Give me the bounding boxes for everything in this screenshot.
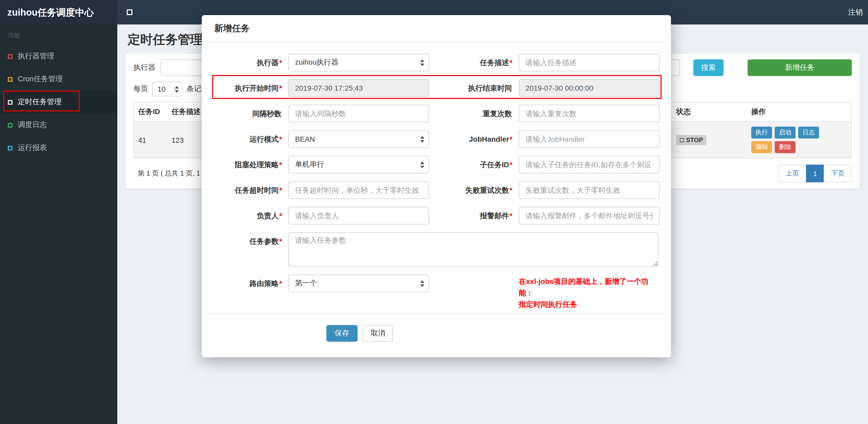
form-row: 负责人* 报警邮件* <box>214 207 658 225</box>
start-time-input[interactable] <box>288 79 429 97</box>
square-outline-icon <box>8 100 12 104</box>
pagination-summary: 第 1 页 ( 总共 1 页, 1 <box>133 169 200 178</box>
modal-footer: 保存 取消 <box>202 314 671 353</box>
form-row: 运行模式* BEAN JobHandler* <box>214 130 658 148</box>
brand-logo: zuihou任务调度中心 <box>0 0 117 25</box>
sidebar-item-run-report[interactable]: 运行报表 <box>0 136 117 159</box>
modal-body: 执行器* zuihou执行器 任务描述* 执行开始时间* 执行结束时间 间隔秒数 <box>202 42 671 314</box>
sidebar-item-label: 调度日志 <box>18 120 47 130</box>
app-viewport: zuihou任务调度中心 注销 导航 执行器管理 Cron任务管理 定时任务管理… <box>0 0 868 424</box>
delete-button[interactable]: 删除 <box>775 141 796 153</box>
form-row: 执行器* zuihou执行器 任务描述* <box>214 54 658 71</box>
timeout-input[interactable] <box>288 181 429 199</box>
executor-filter-label: 执行器 <box>133 63 155 72</box>
retry-count-input[interactable] <box>519 181 659 199</box>
form-row: 路由策略* 第一个 在xxl-jobs项目的基础上，新增了一个功能： 指定时间执… <box>214 274 658 310</box>
pagination: 上页 1 下页 <box>778 165 852 182</box>
status-badge: STOP <box>676 135 707 145</box>
square-outline-icon <box>8 123 12 127</box>
sidebar-item-label: 执行器管理 <box>18 52 54 61</box>
feature-note: 在xxl-jobs项目的基础上，新增了一个功能： 指定时间执行任务 <box>519 274 658 310</box>
select-arrows-icon <box>420 161 424 168</box>
nav-section-label: 导航 <box>0 25 117 45</box>
square-outline-icon <box>8 145 12 150</box>
sidebar-item-label: 定时任务管理 <box>18 97 62 107</box>
end-time-label: 执行结束时间 <box>429 79 513 97</box>
save-button[interactable]: 保存 <box>327 325 358 342</box>
owner-label: 负责人* <box>214 207 282 225</box>
sidebar-item-timed-task-manage[interactable]: 定时任务管理 <box>0 91 117 113</box>
run-mode-label: 运行模式* <box>214 130 282 148</box>
task-param-textarea[interactable] <box>288 232 658 267</box>
form-row: 阻塞处理策略* 单机串行 子任务ID* <box>214 156 658 173</box>
jobhandler-input[interactable] <box>519 130 659 148</box>
square-icon <box>680 138 684 142</box>
square-outline-icon <box>8 77 12 81</box>
th-actions: 操作 <box>747 103 851 121</box>
child-task-label: 子任务ID* <box>429 156 513 173</box>
select-arrows-icon <box>420 136 424 142</box>
route-strategy-select[interactable]: 第一个 <box>288 274 429 292</box>
start-button[interactable]: 启动 <box>775 127 796 138</box>
block-strategy-label: 阻塞处理策略* <box>214 156 282 173</box>
sidebar-item-cron-task-manage[interactable]: Cron任务管理 <box>0 68 117 91</box>
cell-task-id: 41 <box>134 131 167 149</box>
add-task-button[interactable]: 新增任务 <box>748 59 852 76</box>
executor-label: 执行器* <box>214 54 282 71</box>
search-button[interactable]: 搜索 <box>693 59 723 76</box>
jobhandler-label: JobHandler* <box>429 130 513 148</box>
select-arrows-icon <box>420 59 424 66</box>
run-button[interactable]: 执行 <box>751 127 772 138</box>
select-arrows-icon <box>175 86 179 93</box>
edit-button[interactable]: 编辑 <box>751 141 772 153</box>
form-row: 间隔秒数 重复次数 <box>214 105 658 122</box>
cancel-button[interactable]: 取消 <box>363 325 393 342</box>
select-arrows-icon <box>420 280 424 287</box>
alarm-email-input[interactable] <box>519 207 659 225</box>
retry-count-label: 失败重试次数* <box>429 181 513 199</box>
modal-title: 新增任务 <box>202 15 671 42</box>
child-task-input[interactable] <box>519 156 659 173</box>
route-strategy-label: 路由策略* <box>214 274 282 292</box>
cell-status: STOP <box>672 130 747 150</box>
logout-link[interactable]: 注销 <box>848 7 868 17</box>
th-status: 状态 <box>672 103 747 121</box>
task-param-label: 任务参数* <box>214 232 282 250</box>
repeat-count-label: 重复次数 <box>429 105 513 122</box>
end-time-input[interactable] <box>519 79 659 97</box>
task-desc-input[interactable] <box>519 54 659 71</box>
executor-select[interactable]: zuihou执行器 <box>288 54 429 71</box>
sidebar-toggle-icon[interactable] <box>127 9 132 15</box>
owner-input[interactable] <box>288 207 429 225</box>
block-strategy-select[interactable]: 单机串行 <box>288 156 429 173</box>
repeat-count-input[interactable] <box>519 105 659 122</box>
run-mode-select[interactable]: BEAN <box>288 130 429 148</box>
interval-input[interactable] <box>288 105 429 122</box>
per-page-label: 每页 <box>133 85 148 94</box>
start-time-label: 执行开始时间* <box>214 79 282 97</box>
alarm-email-label: 报警邮件* <box>429 207 513 225</box>
th-task-id: 任务ID <box>134 103 167 121</box>
pagination-prev-button[interactable]: 上页 <box>778 165 806 182</box>
form-row: 任务超时时间* 失败重试次数* <box>214 181 658 199</box>
interval-label: 间隔秒数 <box>214 105 282 122</box>
form-row-highlighted: 执行开始时间* 执行结束时间 <box>214 79 658 97</box>
square-outline-icon <box>8 54 12 59</box>
sidebar: 导航 执行器管理 Cron任务管理 定时任务管理 调度日志 运行报表 <box>0 25 117 424</box>
pagination-next-button[interactable]: 下页 <box>824 165 852 182</box>
pagination-page-1-button[interactable]: 1 <box>806 165 824 182</box>
cell-actions: 执行 启动 日志 编辑 删除 <box>747 122 851 158</box>
form-row: 任务参数* <box>214 232 658 267</box>
sidebar-item-dispatch-log[interactable]: 调度日志 <box>0 113 117 136</box>
task-desc-label: 任务描述* <box>429 54 513 71</box>
sidebar-item-executor-manage[interactable]: 执行器管理 <box>0 45 117 68</box>
timeout-label: 任务超时时间* <box>214 181 282 199</box>
log-button[interactable]: 日志 <box>798 127 819 138</box>
sidebar-item-label: Cron任务管理 <box>18 74 63 84</box>
add-task-modal: 新增任务 执行器* zuihou执行器 任务描述* 执行开始时间* 执行结束时间 <box>202 15 671 357</box>
per-page-select[interactable]: 10 <box>152 82 183 96</box>
sidebar-item-label: 运行报表 <box>18 143 47 153</box>
